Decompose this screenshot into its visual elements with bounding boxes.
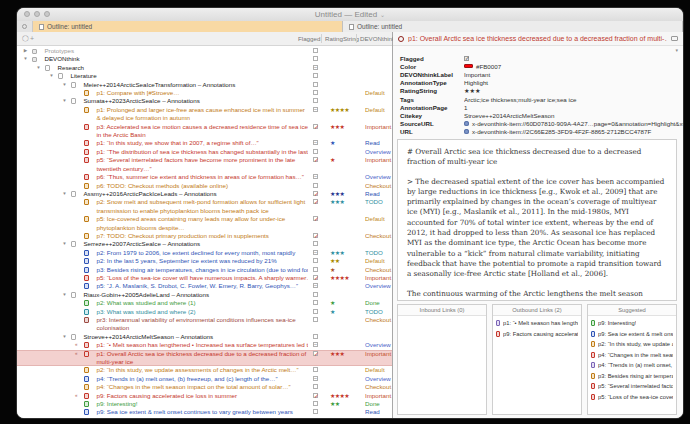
outline-row[interactable]: ▼ Literature [17,72,392,80]
globe-icon[interactable] [464,129,469,134]
disclosure-triangle-icon[interactable]: ▼ [60,240,69,248]
outline-row[interactable]: ▼ Riaux-Gobin++2005AdelieLand – Annotati… [17,291,392,299]
disclosure-triangle-icon[interactable]: ▼ [60,291,69,299]
flagged-checkbox[interactable]: ✓ [313,351,318,356]
outline-row[interactable]: p6: “Thus, summer ice extent and thickne… [17,173,392,181]
flagged-checkbox[interactable]: ✓ [313,393,318,398]
rating-stars[interactable]: ★ [330,308,335,316]
flagged-checkbox[interactable]: – [313,140,318,145]
flagged-checkbox[interactable] [313,56,318,61]
attribute-value[interactable]: ★★★ [464,87,683,94]
link-item[interactable]: p9: Interesting! [591,320,673,326]
disclosure-triangle-icon[interactable]: ▼ [60,81,69,89]
outline-row[interactable]: p9: Interesting! ★★ Done [17,400,392,408]
flagged-checkbox[interactable]: – [313,342,318,347]
flagged-checkbox[interactable] [313,82,318,87]
outline-row[interactable]: p1: “In this study, we show that in 2007… [17,139,392,147]
outline-row[interactable]: p5: “J. A. Maslanik, S. Drobot, C. Fowle… [17,282,392,290]
disclosure-triangle-icon[interactable]: ▼ [60,333,69,341]
outline-row[interactable]: p2: From 1979 to 2006, ice extent declin… [17,249,392,257]
rating-stars[interactable]: ★ [330,266,335,274]
rating-stars[interactable]: ★ [330,139,335,147]
flagged-checkbox[interactable] [313,300,318,305]
attribute-value[interactable]: 1 [464,104,683,111]
outline-row[interactable]: ▼ Stroeve++2014ArcticMeltSeason – Annota… [17,333,392,341]
flagged-checkbox[interactable] [313,149,318,154]
title-chevron-icon[interactable]: ⌄ [380,12,385,18]
globe-icon[interactable] [464,121,469,126]
flagged-checkbox[interactable] [313,90,318,95]
flagged-checkbox[interactable] [313,334,318,339]
flagged-checkbox[interactable] [313,258,318,263]
sidebar-toggle-button[interactable] [17,21,33,32]
outline-row[interactable]: ▶ Prototypes [17,47,392,55]
outline-row[interactable]: p6: TODO: Checkout methods (available on… [17,182,392,190]
attribute-value[interactable]: x-devonthink-item://2C66E285-3FD9-4F2F-8… [464,128,683,135]
outline-row[interactable]: p1: Prolonged and larger ice-free areas … [17,106,392,123]
outline-row[interactable]: p1: “The distribution of sea ice thickne… [17,148,392,156]
outline-row[interactable]: p2: Snow melt and subsequent melt-pond f… [17,198,392,215]
column-divider[interactable] [356,34,357,43]
close-button[interactable] [24,11,30,17]
flagged-checkbox[interactable] [313,267,318,272]
flagged-checkbox[interactable]: ✓ [313,275,318,280]
disclosure-triangle-icon[interactable]: ▼ [34,64,43,72]
disclosure-triangle-icon[interactable]: ▼ [47,72,56,80]
expand-window-icon[interactable] [671,36,678,41]
flagged-checkbox[interactable] [313,384,318,389]
link-item[interactable]: p2: “In this study, we update asse… [591,341,673,347]
outline-row[interactable]: p1: Compare with [#Stroeve… Default [17,89,392,97]
attribute-value[interactable]: x-devonthink-item://60D07810-909A-4A27…p… [464,120,683,127]
link-item[interactable]: p4: “Trends in (a) melt onset, (b) f… [591,362,673,368]
rating-stars[interactable]: ★★★★ [330,274,349,282]
rating-stars[interactable]: ★★★ [330,190,344,198]
outline-row[interactable]: ▼ Sumata++2023ArcticSeaIce – Annotations [17,97,392,105]
disclosure-triangle-icon[interactable]: ▼ [21,55,30,63]
attribute-value[interactable]: Important [464,71,683,78]
link-item[interactable]: p5: “Several interrelated factors h… [591,383,673,389]
link-item[interactable]: p3: Besides rising air temperature… [591,373,673,379]
color-swatch[interactable] [464,64,473,68]
link-item[interactable]: p5: “Loss of the sea-ice cover wil… [591,394,673,400]
outline-row[interactable]: p3: What was studied and where (2) ★ TOD… [17,308,392,316]
flagged-checkbox[interactable]: ✓ [313,233,318,238]
flagged-checkbox[interactable]: – [313,250,318,255]
rating-stars[interactable]: ★★★ [330,350,344,358]
attribute-value[interactable]: #FB0007 [464,63,683,70]
outline-row[interactable]: p5: Ice-covered areas containing many le… [17,215,392,232]
window-titlebar[interactable]: Untitled — Edited⌄ [17,8,683,22]
flagged-checkbox[interactable]: ✓ [313,199,318,204]
note-text-editor[interactable]: # Overall Arctic sea ice thickness decre… [397,139,677,301]
column-divider[interactable] [321,34,322,43]
outline-row[interactable]: p2: What was studied and where (1) ★ Don… [17,299,392,307]
flagged-checkbox[interactable] [313,309,318,314]
flagged-checkbox[interactable]: ✓ [313,191,318,196]
flagged-checkbox[interactable] [313,48,318,53]
outline-row[interactable]: p4: “Trends in (a) melt onset, (b) freez… [17,375,392,383]
flagged-checkbox[interactable]: ✓ [313,216,318,221]
rating-stars[interactable]: ★★★ [330,198,344,206]
tab-outline-active[interactable]: Outline: untitled [33,21,343,32]
flagged-checkbox[interactable] [313,292,318,297]
outline-row[interactable]: p2: “In this study, we update assessment… [17,366,392,374]
outline-row[interactable]: p3: Accelerated sea ice motion causes a … [17,123,392,140]
outline-row[interactable]: ▼ DEVONthink [17,55,392,63]
minimize-button[interactable] [34,11,40,17]
link-item[interactable]: p1: “• Melt season has lengthened •… [496,320,578,326]
outline-row[interactable]: p3: Besides rising air temperatures, cha… [17,266,392,274]
outline-row[interactable]: ▼ Assmy++2016ArcticPackIceLeads – Annota… [17,190,392,198]
outline-row[interactable]: p4: “Changes in the melt season impact o… [17,383,392,391]
flagged-checkbox[interactable] [313,98,318,103]
flagged-checkbox[interactable]: – [313,65,318,70]
disclosure-triangle-icon[interactable]: ▼ [60,190,69,198]
flagged-checkbox[interactable] [313,241,318,246]
attribute-value[interactable]: Stroeve++2014ArcticMeltSeason [464,112,683,119]
flagged-checkbox[interactable] [313,317,318,322]
rating-stars[interactable]: ★ [330,156,335,164]
disclosure-triangle-icon[interactable]: ▶ [21,47,30,55]
outline-row[interactable]: ▼ Serreze++2007ArcticSeaIce – Annotation… [17,240,392,248]
outline-row[interactable]: p7: TODO: Checkout primary production mo… [17,232,392,240]
attribute-value[interactable]: Highlight [464,79,683,86]
outline-row[interactable]: « p9: Factors causing accelerated ice lo… [17,392,392,400]
attribute-value[interactable]: ✓ [464,56,683,61]
